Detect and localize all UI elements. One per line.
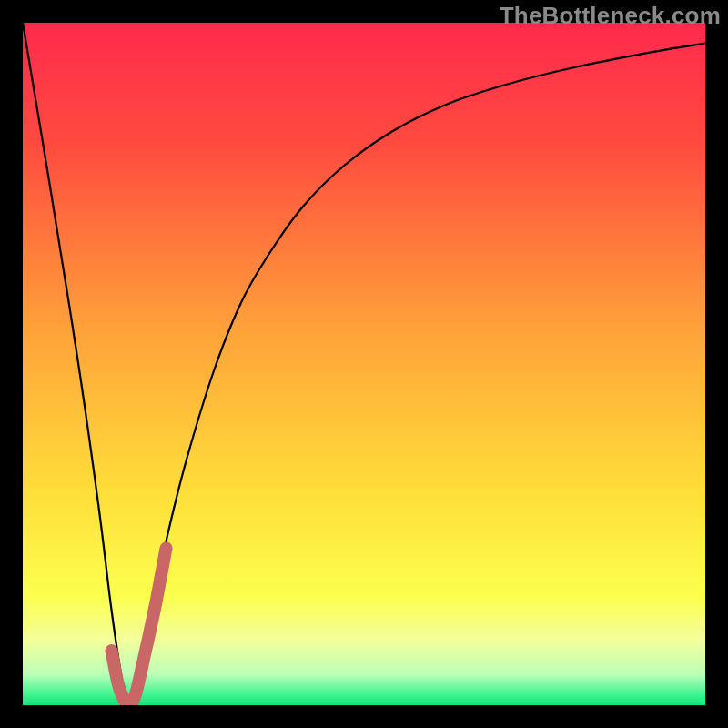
gradient-background xyxy=(23,23,705,705)
plot-area xyxy=(23,23,705,705)
outer-frame: TheBottleneck.com xyxy=(0,0,728,728)
chart-canvas xyxy=(23,23,705,705)
watermark-text: TheBottleneck.com xyxy=(500,2,721,30)
